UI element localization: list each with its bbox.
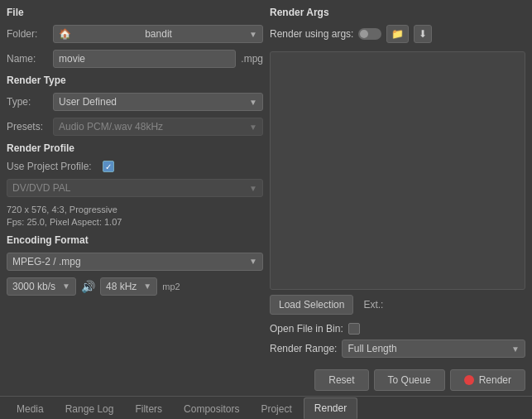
render-profile-header: Render Profile (7, 142, 263, 154)
type-dropdown[interactable]: User Defined ▼ (53, 93, 263, 111)
open-file-label: Open File in Bin: (270, 323, 343, 335)
name-label: Name: (7, 53, 48, 65)
tab-compositors-label: Compositors (184, 403, 239, 415)
presets-chevron-icon: ▼ (249, 123, 257, 132)
info-line1: 720 x 576, 4:3, Progressive (7, 204, 263, 216)
open-file-checkbox[interactable] (348, 323, 360, 335)
use-project-label: Use Project Profile: (7, 161, 98, 172)
render-args-header: Render Args (270, 7, 525, 18)
profile-select-row: DV/DVD PAL ▼ (7, 179, 263, 197)
presets-dropdown[interactable]: Audio PCM/.wav 48kHz ▼ (53, 118, 263, 136)
render-range-label: Render Range: (270, 343, 337, 354)
audio-format-label: mp2 (162, 282, 180, 291)
tab-media[interactable]: Media (7, 399, 54, 419)
bitrate-chevron-icon: ▼ (62, 282, 70, 291)
render-range-value: Full Length (347, 343, 396, 354)
tab-project-label: Project (261, 403, 291, 415)
folder-value: bandit (145, 28, 172, 40)
bitrate-dropdown[interactable]: 3000 kb/s ▼ (7, 277, 76, 296)
folder-label: Folder: (7, 28, 48, 40)
audio-icon: 🔊 (81, 280, 95, 293)
ext-text-label: Ext.: (363, 299, 383, 311)
folder-row: Folder: 🏠 bandit ▼ (7, 25, 263, 43)
tab-media-label: Media (17, 403, 44, 415)
info-line2: Fps: 25.0, Pixel Aspect: 1.07 (7, 216, 263, 229)
profile-chevron-icon: ▼ (249, 184, 257, 193)
format-chevron-icon: ▼ (249, 257, 257, 266)
file-section-header: File (7, 7, 263, 18)
format-row: MPEG-2 / .mpg ▼ (7, 253, 263, 271)
encoding-format-header: Encoding Format (7, 234, 263, 246)
tab-render[interactable]: Render (304, 397, 357, 419)
bitrate-value: 3000 kb/s (12, 281, 55, 292)
open-file-row: Open File in Bin: (270, 323, 525, 335)
format-value: MPEG-2 / .mpg (12, 256, 81, 267)
render-range-row: Render Range: Full Length ▼ (270, 340, 525, 358)
freq-chevron-icon: ▼ (143, 282, 151, 291)
type-chevron-icon: ▼ (249, 98, 257, 107)
load-ext-row: Load Selection Ext.: (270, 295, 525, 315)
render-args-toggle[interactable] (358, 28, 381, 40)
profile-dropdown[interactable]: DV/DVD PAL ▼ (7, 179, 263, 197)
presets-value: Audio PCM/.wav 48kHz (59, 121, 163, 132)
presets-row: Presets: Audio PCM/.wav 48kHz ▼ (7, 118, 263, 136)
audio-row: 3000 kb/s ▼ 🔊 48 kHz ▼ mp2 (7, 277, 263, 296)
right-panel: Render Args Render using args: 📁 ⬇ Load … (270, 7, 525, 358)
profile-value: DV/DVD PAL (12, 182, 70, 194)
render-args-row: Render using args: 📁 ⬇ (270, 25, 525, 43)
type-value: User Defined (59, 96, 117, 108)
tab-filters[interactable]: Filters (125, 399, 172, 419)
use-project-row: Use Project Profile: ✓ (7, 161, 263, 172)
to-queue-button[interactable]: To Queue (374, 369, 445, 391)
type-row: Type: User Defined ▼ (7, 93, 263, 111)
tab-project[interactable]: Project (251, 399, 301, 419)
toggle-knob (360, 30, 368, 38)
render-args-label: Render using args: (270, 28, 353, 40)
use-project-checkbox[interactable]: ✓ (103, 161, 114, 172)
folder-dropdown[interactable]: 🏠 bandit ▼ (53, 25, 263, 43)
tab-render-label: Render (314, 402, 347, 414)
bottom-buttons: Reset To Queue Render (0, 364, 532, 396)
profile-info: 720 x 576, 4:3, Progressive Fps: 25.0, P… (7, 204, 263, 229)
left-panel: File Folder: 🏠 bandit ▼ Name: .mpg Rende… (7, 7, 263, 358)
name-input[interactable] (53, 50, 236, 68)
content-area: File Folder: 🏠 bandit ▼ Name: .mpg Rende… (0, 0, 532, 364)
tab-bar: Media Range Log Filters Compositors Proj… (0, 396, 532, 419)
render-args-textarea[interactable] (270, 51, 525, 290)
freq-value: 48 kHz (106, 281, 137, 292)
format-dropdown[interactable]: MPEG-2 / .mpg ▼ (7, 253, 263, 271)
tab-range-log[interactable]: Range Log (55, 399, 124, 419)
render-dot-icon (464, 375, 474, 385)
main-window: File Folder: 🏠 bandit ▼ Name: .mpg Rende… (0, 0, 532, 419)
download-btn[interactable]: ⬇ (414, 25, 432, 43)
folder-icon: 🏠 (59, 28, 71, 40)
render-label: Render (479, 374, 511, 386)
folder-browse-btn[interactable]: 📁 (386, 25, 409, 43)
tab-filters-label: Filters (135, 403, 162, 415)
freq-dropdown[interactable]: 48 kHz ▼ (100, 277, 157, 296)
tab-compositors[interactable]: Compositors (174, 399, 249, 419)
render-type-header: Render Type (7, 75, 263, 86)
folder-chevron-icon: ▼ (249, 30, 257, 39)
render-button[interactable]: Render (450, 369, 525, 391)
presets-label: Presets: (7, 121, 48, 132)
tab-range-log-label: Range Log (65, 403, 114, 415)
reset-button[interactable]: Reset (314, 369, 368, 391)
ext-label: .mpg (241, 53, 263, 65)
render-range-chevron-icon: ▼ (511, 344, 520, 354)
render-range-dropdown[interactable]: Full Length ▼ (342, 340, 525, 358)
load-selection-button[interactable]: Load Selection (270, 295, 353, 315)
name-row: Name: .mpg (7, 50, 263, 68)
type-label: Type: (7, 96, 48, 108)
